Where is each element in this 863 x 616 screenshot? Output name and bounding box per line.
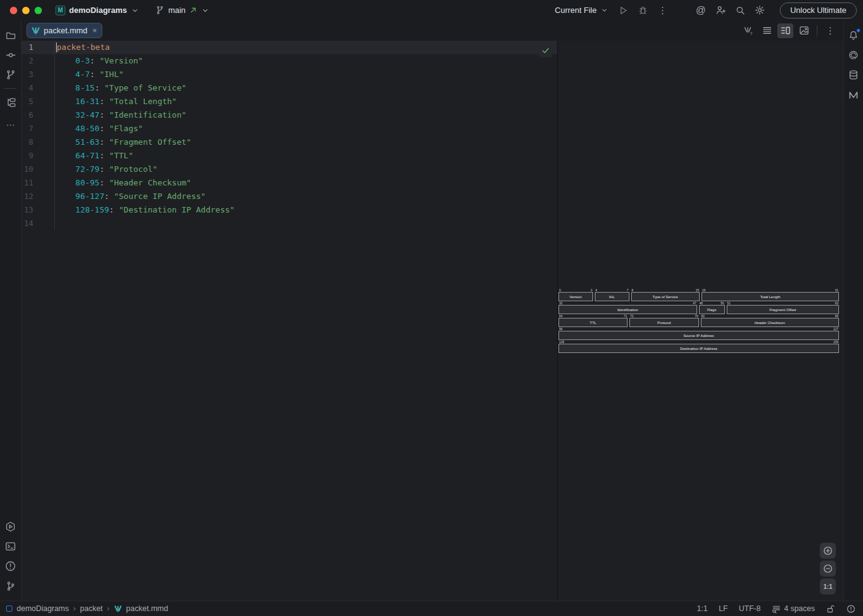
breadcrumb-file[interactable]: packet.mmd xyxy=(126,604,168,613)
left-tool-stripe: … xyxy=(0,20,22,601)
database-tool-button[interactable] xyxy=(845,66,862,83)
vcs-widget[interactable]: main xyxy=(155,6,210,15)
write-access-lock-icon[interactable] xyxy=(826,604,835,614)
line-number: 8 xyxy=(23,136,33,149)
packet-field: 5163Fragment Offset xyxy=(727,301,839,314)
split-view-button[interactable] xyxy=(777,23,793,38)
editor-line[interactable]: 3 4-7: "IHL" xyxy=(22,68,557,81)
breadcrumb-project[interactable]: demoDiagrams xyxy=(17,604,69,613)
packet-field: 4850Flags xyxy=(699,301,725,314)
editor-line[interactable]: 13 128-159: "Destination IP Address" xyxy=(22,203,557,217)
ide-window: M demoDiagrams main Current File xyxy=(0,0,863,616)
mermaid-file-icon xyxy=(114,605,122,613)
packet-field: 128159Destination IP Address xyxy=(558,340,839,353)
code-editor[interactable]: 1packet-beta2 0-3: "Version"3 4-7: "IHL"… xyxy=(22,41,557,601)
tab-close-icon[interactable]: × xyxy=(92,26,97,35)
zoom-out-button[interactable] xyxy=(820,561,836,577)
minimize-window-button[interactable] xyxy=(22,7,30,14)
packet-field: 03Version xyxy=(558,288,593,301)
breadcrumb-separator: › xyxy=(107,604,110,613)
run-button[interactable] xyxy=(615,2,632,18)
line-number: 6 xyxy=(23,108,33,122)
services-tool-button[interactable] xyxy=(2,518,19,535)
git-tool-button[interactable] xyxy=(2,577,19,594)
preview-zoom-controls: 1:1 xyxy=(820,543,836,594)
editor-lines: 1packet-beta2 0-3: "Version"3 4-7: "IHL"… xyxy=(22,41,557,230)
caret-position-widget[interactable]: 1:1 xyxy=(697,604,708,613)
close-window-button[interactable] xyxy=(10,7,17,14)
run-configuration-selector[interactable]: Current File xyxy=(555,6,608,15)
packet-field: 1631Total Length xyxy=(701,288,839,301)
line-ending-widget[interactable]: LF xyxy=(719,604,728,613)
ai-assistant-icon[interactable]: @ xyxy=(692,2,710,18)
run-configuration-label: Current File xyxy=(555,6,597,15)
project-tool-button[interactable] xyxy=(2,26,19,44)
more-actions-button[interactable]: ⋮ xyxy=(654,2,671,18)
mermaid-tool-button[interactable] xyxy=(845,86,862,103)
editor-kebab-menu[interactable]: ⋮ xyxy=(822,23,838,38)
settings-gear-icon[interactable] xyxy=(751,2,769,18)
preview-only-view-button[interactable] xyxy=(796,23,812,38)
packet-field: 47IHL xyxy=(595,288,629,301)
git-branch-icon xyxy=(155,6,165,15)
editor-line[interactable]: 4 8-15: "Type of Service" xyxy=(22,81,557,95)
editor-line[interactable]: 14 xyxy=(22,217,557,230)
breadcrumb-folder[interactable]: packet xyxy=(80,604,103,613)
svg-text:?: ? xyxy=(750,31,753,36)
indent-widget[interactable]: 4 spaces xyxy=(772,604,815,614)
packet-field: 7279Protocol xyxy=(629,314,698,327)
editor-line[interactable]: 10 72-79: "Protocol" xyxy=(22,163,557,176)
project-widget[interactable]: M demoDiagrams xyxy=(55,6,139,15)
editor-line[interactable]: 7 48-50: "Flags" xyxy=(22,122,557,136)
terminal-tool-button[interactable] xyxy=(2,538,19,555)
line-number: 13 xyxy=(23,203,33,217)
push-arrow-icon xyxy=(189,6,197,14)
zoom-in-button[interactable] xyxy=(820,543,836,559)
inspections-ok-check-icon[interactable] xyxy=(539,44,552,57)
editor-line[interactable]: 8 51-63: "Fragment Offset" xyxy=(22,136,557,149)
tab-packet-mmd[interactable]: packet.mmd × xyxy=(27,23,102,38)
line-number: 1 xyxy=(23,41,33,54)
editor-line[interactable]: 9 64-71: "TTL" xyxy=(22,149,557,163)
commit-tool-button[interactable] xyxy=(2,46,19,63)
search-everywhere-button[interactable] xyxy=(732,2,749,18)
error-analysis-icon[interactable] xyxy=(846,604,856,614)
zoom-window-button[interactable] xyxy=(35,7,42,14)
unlock-ultimate-button[interactable]: Unlock Ultimate xyxy=(780,2,857,18)
mermaid-help-icon[interactable]: ? xyxy=(740,23,756,38)
notification-badge xyxy=(856,28,861,33)
status-bar: demoDiagrams › packet › packet.mmd 1:1 L… xyxy=(0,601,863,616)
mermaid-file-icon xyxy=(31,26,40,35)
ai-assistant-tool-button[interactable] xyxy=(845,46,862,63)
line-number: 10 xyxy=(23,163,33,176)
line-number: 9 xyxy=(23,149,33,163)
zoom-reset-button[interactable]: 1:1 xyxy=(820,578,836,594)
mermaid-preview-panel[interactable]: 03Version47IHL815Type of Service1631Tota… xyxy=(558,41,843,601)
right-tool-stripe xyxy=(843,20,863,601)
structure-tool-button[interactable] xyxy=(2,94,19,111)
project-name: demoDiagrams xyxy=(69,6,127,15)
editor-line[interactable]: 12 96-127: "Source IP Address" xyxy=(22,190,557,203)
line-number: 4 xyxy=(23,81,33,95)
more-tool-windows-button[interactable]: … xyxy=(2,113,19,131)
editor-line[interactable]: 1packet-beta xyxy=(22,41,557,54)
editor-line[interactable]: 6 32-47: "Identification" xyxy=(22,108,557,122)
notifications-bell-icon[interactable] xyxy=(845,26,862,44)
editor-only-view-button[interactable] xyxy=(759,23,775,38)
editor-line[interactable]: 2 0-3: "Version" xyxy=(22,54,557,68)
packet-diagram: 03Version47IHL815Type of Service1631Tota… xyxy=(558,288,839,353)
pull-requests-tool-button[interactable] xyxy=(2,66,19,83)
problems-tool-button[interactable] xyxy=(2,557,19,575)
line-number: 2 xyxy=(23,54,33,68)
project-icon: M xyxy=(55,6,65,15)
chevron-down-icon xyxy=(131,6,139,15)
code-with-me-button[interactable] xyxy=(712,2,729,18)
indent-settings-icon xyxy=(772,604,781,614)
tab-label: packet.mmd xyxy=(44,26,88,35)
editor-line[interactable]: 11 80-95: "Header Checksum" xyxy=(22,176,557,190)
editor-line[interactable]: 5 16-31: "Total Length" xyxy=(22,95,557,108)
encoding-widget[interactable]: UTF-8 xyxy=(739,604,761,613)
traffic-lights xyxy=(10,7,42,14)
debug-button[interactable] xyxy=(634,2,652,18)
breadcrumb: demoDiagrams › packet › packet.mmd xyxy=(6,604,168,613)
